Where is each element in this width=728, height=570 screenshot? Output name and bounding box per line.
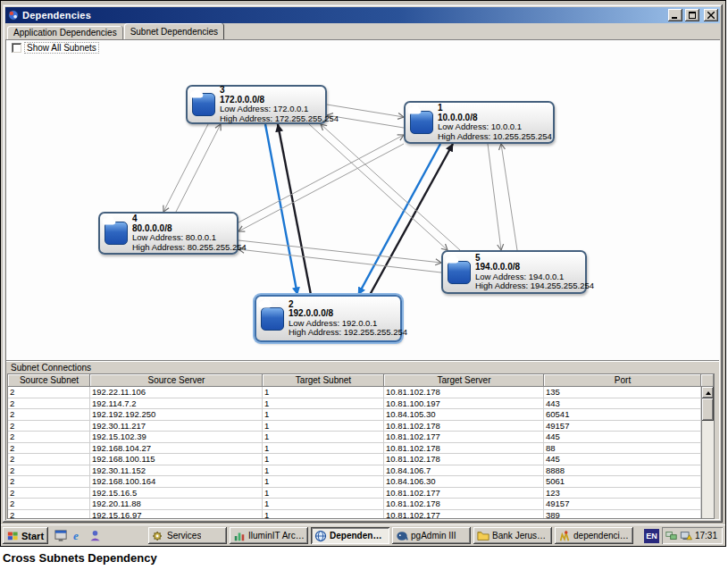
node-high-address: High Address: 194.255.255.254 (475, 281, 594, 291)
node-text: 3172.0.0.0/8Low Address: 172.0.0.1High A… (220, 86, 339, 123)
tab-strip: Application DependenciesSubnet Dependenc… (7, 23, 225, 39)
table-row[interactable]: 2192.22.11.106110.81.102.178135 (8, 387, 701, 398)
title-bar[interactable]: Dependencies (5, 7, 720, 23)
column-header-port[interactable]: Port (544, 374, 701, 387)
table-cell: 389 (544, 510, 701, 519)
column-header-source-subnet[interactable]: Source Subnet (8, 374, 90, 387)
column-header-target-server[interactable]: Target Server (384, 374, 544, 387)
subnet-node-3[interactable]: 3172.0.0.0/8Low Address: 172.0.0.1High A… (186, 85, 327, 124)
table-row[interactable]: 2192.30.11.152110.84.106.78888 (8, 465, 701, 477)
cloud-icon (410, 111, 433, 134)
tray-alert-icon[interactable] (680, 530, 692, 542)
table-cell: 1 (263, 432, 384, 442)
subnet-node-1[interactable]: 110.0.0.0/8Low Address: 10.0.0.1High Add… (404, 101, 555, 144)
subnet-node-5[interactable]: 5194.0.0.0/8Low Address: 194.0.0.1High A… (441, 250, 587, 294)
table-cell: 10.81.102.178 (384, 387, 544, 398)
table-cell: 192.30.11.152 (90, 465, 263, 476)
subnet-node-2[interactable]: 2192.0.0.0/8Low Address: 192.0.0.1High A… (255, 295, 402, 342)
table-cell: 192.20.11.88 (90, 499, 263, 509)
node-high-address: High Address: 80.255.255.254 (132, 243, 247, 253)
pgadmin-icon (396, 530, 408, 542)
table-row[interactable]: 2192.192.192.250110.84.105.3060541 (8, 409, 701, 421)
cloud-icon (448, 261, 471, 284)
table-cell: 49157 (544, 421, 701, 432)
table-cell: 1 (263, 465, 384, 476)
desktop-screen: Dependencies Application DependenciesSub… (0, 0, 726, 547)
node-low-address: Low Address: 10.0.0.1 (438, 122, 552, 132)
task-button-dependencies4[interactable]: dependencies4... (555, 527, 633, 544)
table-cell: 2 (8, 465, 90, 476)
show-all-subnets-label[interactable]: Show All Subnets (25, 43, 98, 53)
table-cell: 2 (8, 454, 90, 465)
table-cell: 2 (8, 488, 90, 499)
close-button[interactable] (704, 9, 718, 21)
table-cell: 2 (8, 476, 90, 487)
table-cell: 10.81.100.197 (384, 398, 544, 409)
start-label: Start (21, 531, 44, 541)
table-row[interactable]: 2192.114.7.2110.81.100.197443 (8, 398, 701, 410)
task-label: pgAdmin III (411, 531, 456, 541)
services-gear-icon (152, 530, 164, 542)
task-button-dependencies[interactable]: Dependencies (311, 527, 389, 544)
table-cell: 123 (544, 488, 701, 499)
node-high-address: High Address: 172.255.255.254 (220, 114, 339, 124)
column-header-filler (701, 374, 714, 387)
task-button-iluminit-archit[interactable]: IluminIT Archit... (230, 527, 308, 544)
table-cell: 2 (8, 499, 90, 509)
table-cell: 1 (263, 443, 384, 454)
table-cell: 60541 (544, 409, 701, 420)
task-button-services[interactable]: Services (148, 527, 227, 544)
language-indicator[interactable]: EN (644, 529, 659, 543)
tray-network-icon[interactable] (665, 530, 677, 541)
table-cell: 10.84.106.7 (384, 465, 544, 476)
table-cell: 1 (263, 499, 384, 509)
subnet-node-4[interactable]: 480.0.0.0/8Low Address: 80.0.0.1High Add… (98, 212, 238, 255)
checkbox-box[interactable] (12, 43, 21, 53)
table-row[interactable]: 2192.30.11.217110.81.102.17849157 (8, 421, 701, 432)
table-cell: 49157 (544, 499, 701, 509)
table-row[interactable]: 2192.15.16.5110.81.102.177123 (8, 488, 701, 499)
node-high-address: High Address: 192.255.255.254 (289, 328, 407, 338)
table-cell: 192.15.102.39 (90, 432, 263, 442)
start-button[interactable]: Start (3, 527, 48, 544)
tab-application-dependencies[interactable]: Application Dependencies (7, 26, 123, 39)
table-cell: 2 (8, 421, 90, 432)
table-row[interactable]: 2192.15.16.97110.81.102.177389 (8, 510, 701, 519)
task-button-pgadmin-iii[interactable]: pgAdmin III (392, 527, 471, 544)
column-header-source-server[interactable]: Source Server (90, 374, 263, 387)
table-cell: 2 (8, 409, 90, 420)
quick-launch-internet-explorer-icon[interactable]: e (71, 528, 86, 543)
table-cell: 5061 (544, 476, 701, 487)
table-scrollbar[interactable] (701, 387, 714, 518)
folder-icon (477, 530, 490, 542)
task-button-bank-jerusalem[interactable]: Bank Jerusalem (473, 527, 552, 544)
column-header-target-subnet[interactable]: Target Subnet (263, 374, 384, 387)
table-cell: 445 (544, 454, 701, 465)
quick-launch-messenger-icon[interactable] (88, 528, 103, 543)
table-cell: 10.84.106.30 (384, 476, 544, 487)
cloud-icon (105, 222, 128, 245)
quick-launch-show-desktop-icon[interactable] (54, 528, 69, 543)
table-cell: 192.22.11.106 (90, 387, 263, 398)
show-all-subnets-checkbox[interactable]: Show All Subnets (12, 43, 98, 53)
cloud-icon (192, 93, 215, 116)
table-row[interactable]: 2192.15.102.39110.81.102.177445 (8, 432, 701, 443)
tab-subnet-dependencies[interactable]: Subnet Dependencies (124, 23, 224, 39)
scrollbar-up-button[interactable] (702, 387, 714, 398)
scrollbar-thumb[interactable] (702, 398, 714, 421)
table-row[interactable]: 2192.168.100.115110.81.102.178445 (8, 454, 701, 465)
minimize-button[interactable] (668, 9, 682, 21)
node-cidr: 192.0.0.0/8 (289, 309, 407, 319)
table-cell: 1 (263, 409, 384, 420)
table-row[interactable]: 2192.20.11.88110.81.102.17849157 (8, 499, 701, 510)
table-row[interactable]: 2192.168.100.164110.84.106.305061 (8, 476, 701, 488)
maximize-button[interactable] (685, 9, 699, 21)
subnet-diagram: 3172.0.0.0/8Low Address: 172.0.0.1High A… (6, 53, 714, 358)
table-header-row: Source SubnetSource ServerTarget SubnetT… (8, 374, 714, 387)
node-id: 3 (220, 86, 339, 96)
table-cell: 10.81.102.177 (384, 488, 544, 499)
window-title: Dependencies (22, 10, 665, 21)
table-cell: 10.81.102.178 (384, 499, 544, 509)
table-cell: 1 (263, 510, 384, 519)
table-row[interactable]: 2192.168.104.27110.81.102.17888 (8, 443, 701, 455)
